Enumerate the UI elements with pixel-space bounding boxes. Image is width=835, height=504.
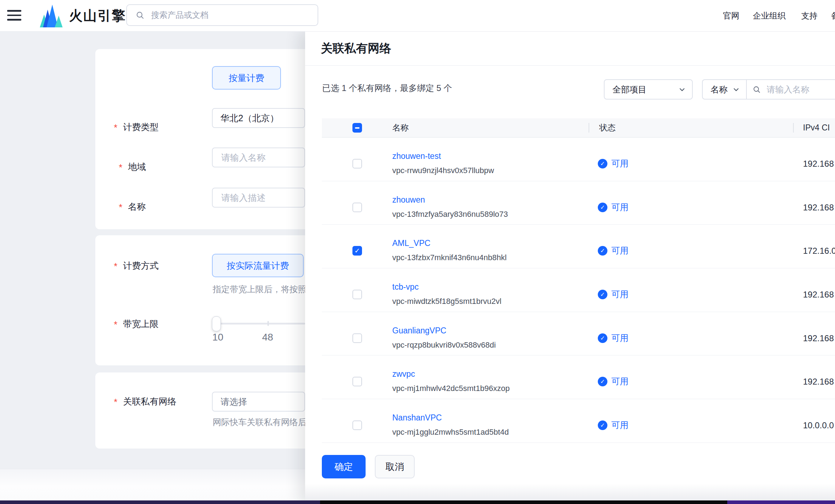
project-filter-value: 全部项目 [612, 84, 647, 95]
status-text: 可用 [611, 376, 628, 387]
table-row[interactable]: GuanliangVPC vpc-rqzp8bukvri8v0x588v68di… [322, 312, 835, 356]
row-checkbox[interactable] [352, 246, 362, 256]
column-divider [589, 123, 589, 133]
column-divider [793, 123, 794, 133]
ipv4-cidr: 10.0.0.0 [803, 420, 835, 430]
ipv4-cidr: 192.168 [803, 159, 835, 169]
vpc-name-link[interactable]: zhouwen-test [392, 150, 441, 162]
name-field[interactable] [212, 148, 305, 167]
status-available-icon: ✓ [598, 377, 607, 386]
table-row[interactable]: NanshanVPC vpc-mj1gglu2mwhs5smt1ad5bt4d … [322, 399, 835, 443]
billing-method-selected-button[interactable]: 按实际流量计费 [212, 254, 304, 277]
ipv4-cidr: 192.168 [803, 203, 835, 213]
project-filter-select[interactable]: 全部项目 [604, 79, 693, 100]
status-text: 可用 [611, 202, 628, 213]
global-search[interactable] [126, 4, 318, 26]
select-all-checkbox[interactable] [352, 123, 362, 133]
vpc-name-link[interactable]: tcb-vpc [392, 281, 419, 293]
vpc-name-link[interactable]: zwvpc [392, 368, 415, 380]
bottom-strip-middle [320, 500, 727, 504]
global-search-input[interactable] [150, 10, 294, 20]
nav-item-4[interactable]: 备 [831, 0, 835, 31]
vpc-table: 名称 状态 IPv4 CI zhouwen-test vpc-rrwu9nzjl… [322, 118, 835, 443]
description-input[interactable] [220, 192, 297, 203]
billing-type-label: 计费类型 [123, 121, 159, 133]
description-field[interactable] [212, 188, 305, 208]
vpc-name-link[interactable]: AML_VPC [392, 237, 430, 249]
row-checkbox[interactable] [352, 290, 362, 299]
price-bar [0, 469, 305, 501]
vpc-name-link[interactable]: GuanliangVPC [392, 325, 446, 336]
row-checkbox[interactable] [352, 203, 362, 212]
row-checkbox[interactable] [352, 333, 362, 343]
name-label: 名称 [128, 201, 146, 212]
table-row[interactable]: AML_VPC vpc-13fzbx7mknif43n6nu4nb8hkl ✓ … [322, 225, 835, 268]
status-available-icon: ✓ [598, 290, 607, 299]
ipv4-cidr: 192.168 [803, 377, 835, 387]
table-row[interactable]: zwvpc vpc-mj1mhwlv42dc5smt1b96xzop ✓ 可用 … [322, 355, 835, 399]
status-text: 可用 [611, 245, 628, 256]
vpc-id: vpc-mj1gglu2mwhs5smt1ad5bt4d [392, 427, 509, 438]
region-select[interactable]: 华北2（北京） [212, 108, 305, 128]
status-available-icon: ✓ [598, 159, 607, 168]
region-label: 地域 [128, 161, 146, 172]
vpc-id: vpc-miwdtzk5f18g5smt1brvu2vl [392, 296, 501, 307]
nav-item-1[interactable]: 官网 [723, 0, 739, 31]
brand-logo[interactable]: 火山引擎 [37, 4, 126, 27]
table-row[interactable]: zhouwen-test vpc-rrwu9nzjl4hsv0x57llubpw… [322, 138, 835, 181]
vpc-id: vpc-13fmzfya5ary83n6nu589lo73 [392, 209, 508, 220]
bottom-strip-right [727, 500, 835, 504]
menu-icon[interactable] [7, 10, 21, 21]
vpc-id: vpc-13fzbx7mknif43n6nu4nb8hkl [392, 252, 507, 263]
vpc-search-input[interactable] [766, 84, 821, 95]
vpc-select[interactable]: 请选择 [212, 392, 305, 412]
confirm-button[interactable]: 确定 [322, 455, 366, 478]
bandwidth-label: 带宽上限 [123, 318, 159, 329]
row-checkbox[interactable] [352, 420, 362, 430]
bandwidth-tick-label: 48 [262, 332, 273, 343]
vpc-id: vpc-rrwu9nzjl4hsv0x57llubpw [392, 165, 494, 176]
bottom-strip-left [0, 500, 320, 504]
status-text: 可用 [611, 289, 628, 300]
bandwidth-slider-handle[interactable] [212, 316, 221, 331]
vpc-id: vpc-mj1mhwlv42dc5smt1b96xzop [392, 383, 510, 394]
row-checkbox[interactable] [352, 377, 362, 386]
table-body: zhouwen-test vpc-rrwu9nzjl4hsv0x57llubpw… [322, 138, 835, 443]
billing-method-label: 计费方式 [123, 260, 159, 271]
cancel-button[interactable]: 取消 [375, 455, 415, 478]
associate-vpc-drawer: 关联私有网络 已选 1 个私有网络，最多绑定 5 个 全部项目 名称 名称 状态… [305, 31, 835, 504]
bandwidth-min-label: 10 [212, 332, 223, 343]
status-available-icon: ✓ [598, 246, 607, 256]
volcano-logo-icon [37, 4, 64, 27]
table-row[interactable]: zhouwen vpc-13fmzfya5ary83n6nu589lo73 ✓ … [322, 181, 835, 225]
vpc-hint: 网际快车关联私有网络后 [213, 417, 306, 428]
chevron-down-icon[interactable] [733, 86, 740, 93]
row-checkbox[interactable] [352, 159, 362, 168]
ipv4-cidr: 172.16.0 [803, 246, 835, 256]
drawer-title: 关联私有网络 [321, 41, 391, 57]
search-key-select[interactable]: 名称 [711, 84, 728, 95]
ipv4-cidr: 192.168 [803, 290, 835, 300]
status-available-icon: ✓ [598, 333, 607, 343]
combo-divider [746, 79, 747, 100]
nav-item-2[interactable]: 企业组织 [753, 0, 786, 31]
region-value: 华北2（北京） [220, 112, 279, 124]
vpc-id: vpc-rqzp8bukvri8v0x588v68di [392, 340, 496, 350]
status-text: 可用 [611, 158, 628, 169]
vpc-label: 关联私有网络 [123, 396, 176, 407]
nav-item-3[interactable]: 支持 [801, 0, 818, 31]
vpc-name-link[interactable]: zhouwen [392, 194, 425, 205]
vpc-name-link[interactable]: NanshanVPC [392, 412, 442, 423]
column-header-status: 状态 [599, 118, 616, 137]
bandwidth-slider-track[interactable] [212, 323, 305, 325]
search-icon [752, 85, 761, 94]
chevron-down-icon [679, 86, 686, 93]
table-row[interactable]: tcb-vpc vpc-miwdtzk5f18g5smt1brvu2vl ✓ 可… [322, 268, 835, 312]
vpc-select-placeholder: 请选择 [220, 396, 247, 408]
status-text: 可用 [611, 420, 628, 430]
name-input[interactable] [220, 152, 297, 163]
billing-type-selected-button[interactable]: 按量计费 [212, 66, 281, 90]
drawer-divider [305, 65, 835, 66]
top-header: 火山引擎 官网企业组织支持备 [0, 0, 835, 32]
name-search-combo[interactable]: 名称 [702, 79, 835, 100]
